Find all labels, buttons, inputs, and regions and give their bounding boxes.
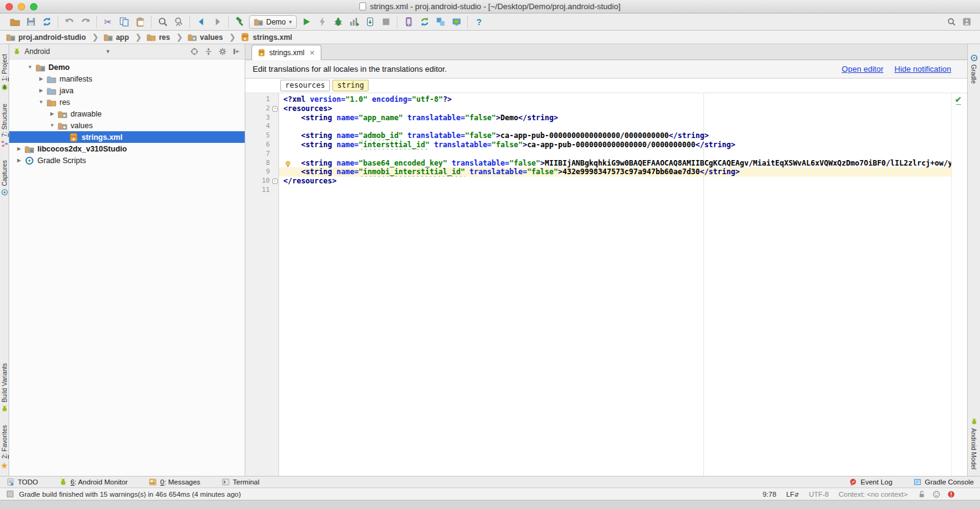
gutter-line-5[interactable]: 5 — [245, 131, 278, 140]
toolwindow-button-todo[interactable]: TODO — [6, 478, 38, 486]
tree-toggle-icon[interactable]: ▶ — [14, 158, 24, 163]
chevron-down-icon[interactable]: ▼ — [105, 48, 110, 55]
code-editor[interactable]: 12−345678910˄11 <?xml version="1.0" enco… — [245, 93, 967, 476]
undo-button[interactable] — [63, 15, 76, 29]
tree-toggle-icon[interactable]: ▶ — [36, 88, 46, 93]
tree-toggle-icon[interactable]: ▶ — [36, 76, 46, 82]
gutter-line-3[interactable]: 3 — [245, 113, 278, 123]
tool-stripe-button-build-variants[interactable]: Build Variants — [1, 363, 9, 413]
tree-toggle-icon[interactable]: ▼ — [25, 64, 35, 70]
toolwindow-button-event-log[interactable]: Event Log — [849, 478, 892, 486]
tree-item-res[interactable]: ▼res — [9, 96, 245, 108]
breadcrumb-item-strings-xml[interactable]: strings.xml — [239, 33, 293, 42]
tree-item-values[interactable]: ▼values — [9, 120, 245, 131]
tree-item-strings-xml[interactable]: strings.xml — [9, 131, 245, 143]
forward-button[interactable] — [210, 15, 224, 29]
code-line-9[interactable]: <string name="inmobi_interstitial_id" tr… — [279, 167, 951, 177]
fold-marker-icon[interactable]: ˄ — [272, 178, 278, 184]
context-indicator[interactable]: Context: <no context> — [838, 491, 908, 498]
run-configuration-selector[interactable]: Demo▾ — [249, 15, 297, 29]
tool-stripe-button-gradle[interactable]: Gradle — [970, 54, 978, 84]
tag-crumb-resources[interactable]: resources — [280, 80, 330, 91]
code-line-3[interactable]: <string name="app_name" translatable="fa… — [279, 113, 951, 123]
tree-toggle-icon[interactable]: ▶ — [14, 146, 24, 151]
breadcrumb-item-res[interactable]: res — [145, 33, 171, 42]
avd-manager-button[interactable] — [402, 15, 415, 29]
search-everywhere-icon[interactable] — [947, 17, 956, 26]
caret-position[interactable]: 9:78 — [763, 491, 776, 498]
code-text-area[interactable]: <?xml version="1.0" encoding="utf-8"?><r… — [279, 93, 951, 476]
hector-icon[interactable] — [932, 490, 941, 499]
attach-debugger-button[interactable] — [363, 15, 377, 29]
open-editor-link[interactable]: Open editor — [842, 64, 884, 74]
toolwindow-button-terminal[interactable]: Terminal — [221, 478, 259, 486]
back-button[interactable] — [194, 15, 208, 29]
sdk-manager-button[interactable] — [434, 15, 447, 29]
editor-scrollbar-column[interactable]: ✔~~ — [951, 93, 967, 476]
error-badge-icon[interactable] — [947, 490, 955, 499]
instant-run-button[interactable] — [315, 15, 329, 29]
tool-stripe-button--project[interactable]: 1: Project — [1, 54, 9, 91]
tree-toggle-icon[interactable]: ▼ — [36, 99, 46, 105]
line-ending-selector[interactable]: LF⇵ — [786, 491, 799, 498]
help-button[interactable]: ? — [472, 15, 486, 29]
inspection-ok-icon[interactable]: ✔~~ — [955, 96, 962, 108]
collapse-all-icon[interactable] — [204, 47, 213, 56]
tag-crumb-string[interactable]: string — [332, 80, 369, 91]
code-line-8[interactable]: <string name="base64_encoded_key" transl… — [279, 159, 951, 168]
gutter-line-11[interactable]: 11 — [245, 186, 278, 195]
open-button[interactable] — [8, 15, 21, 29]
run-button[interactable] — [299, 15, 313, 29]
tool-stripe-button--favorites[interactable]: 2: Favorites★ — [1, 425, 9, 470]
fold-marker-icon[interactable]: − — [272, 106, 278, 112]
locate-icon[interactable] — [190, 47, 199, 56]
code-line-7[interactable] — [279, 150, 951, 159]
gutter-line-9[interactable]: 9 — [245, 167, 278, 177]
tab-strings-xml[interactable]: strings.xml ✕ — [251, 45, 321, 60]
tool-stripe-button-android-model[interactable]: Android Model — [970, 418, 978, 470]
hide-panel-icon[interactable] — [232, 47, 241, 56]
gutter-line-4[interactable]: 4 — [245, 122, 278, 131]
gutter-line-2[interactable]: 2− — [245, 104, 278, 113]
code-line-5[interactable]: <string name="admob_id" translatable="fa… — [279, 131, 951, 140]
gutter-line-6[interactable]: 6 — [245, 140, 278, 150]
close-tab-icon[interactable]: ✕ — [309, 49, 315, 57]
project-view-selector[interactable]: Android — [13, 47, 50, 56]
code-line-2[interactable]: <resources> — [279, 104, 951, 113]
tool-stripe-button-captures[interactable]: Captures — [1, 160, 9, 197]
cut-button[interactable]: ✂ — [101, 15, 115, 29]
toolwindow-button--android-monitor[interactable]: 6: Android Monitor — [59, 478, 128, 486]
find-in-path-button[interactable] — [172, 15, 185, 29]
build-hammer-button[interactable] — [233, 15, 247, 29]
redo-button[interactable] — [78, 15, 92, 29]
lock-open-icon[interactable] — [917, 490, 926, 499]
toolwindow-toggle-icon[interactable] — [6, 490, 14, 498]
tree-toggle-icon[interactable]: ▶ — [47, 111, 57, 117]
sync-gradle-button[interactable] — [418, 15, 431, 29]
copy-button[interactable] — [117, 15, 131, 29]
gutter-line-7[interactable]: 7 — [245, 150, 278, 159]
gear-icon[interactable] — [218, 47, 227, 56]
toolwindow-button-gradle-console[interactable]: Gradle Console — [913, 478, 974, 486]
code-line-6[interactable]: <string name="intersttial_id" translatab… — [279, 140, 951, 150]
user-panel-icon[interactable] — [962, 17, 971, 26]
tree-item-libcocos2dx-v310studio[interactable]: ▶libcocos2dx_v310Studio — [9, 143, 245, 155]
code-line-4[interactable] — [279, 122, 951, 131]
gutter-line-1[interactable]: 1 — [245, 95, 278, 104]
find-button[interactable] — [156, 15, 169, 29]
code-line-1[interactable]: <?xml version="1.0" encoding="utf-8"?> — [279, 95, 951, 104]
save-button[interactable] — [24, 15, 37, 29]
breadcrumb-item-values[interactable]: values — [186, 33, 224, 42]
gutter-line-8[interactable]: 8 — [245, 159, 278, 168]
code-line-10[interactable]: </resources> — [279, 177, 951, 186]
breadcrumb-item-proj-android-studio[interactable]: proj.android-studio — [5, 33, 87, 42]
tree-toggle-icon[interactable]: ▼ — [47, 123, 57, 128]
sync-button[interactable] — [40, 15, 53, 29]
toolwindow-button--messages[interactable]: 0: Messages — [148, 478, 200, 486]
tree-item-java[interactable]: ▶java — [9, 85, 245, 96]
hide-notification-link[interactable]: Hide notification — [895, 64, 952, 74]
intention-bulb-icon[interactable] — [284, 159, 292, 168]
tree-item-manifests[interactable]: ▶manifests — [9, 73, 245, 85]
debug-button[interactable] — [331, 15, 345, 29]
stop-button[interactable] — [379, 15, 392, 29]
